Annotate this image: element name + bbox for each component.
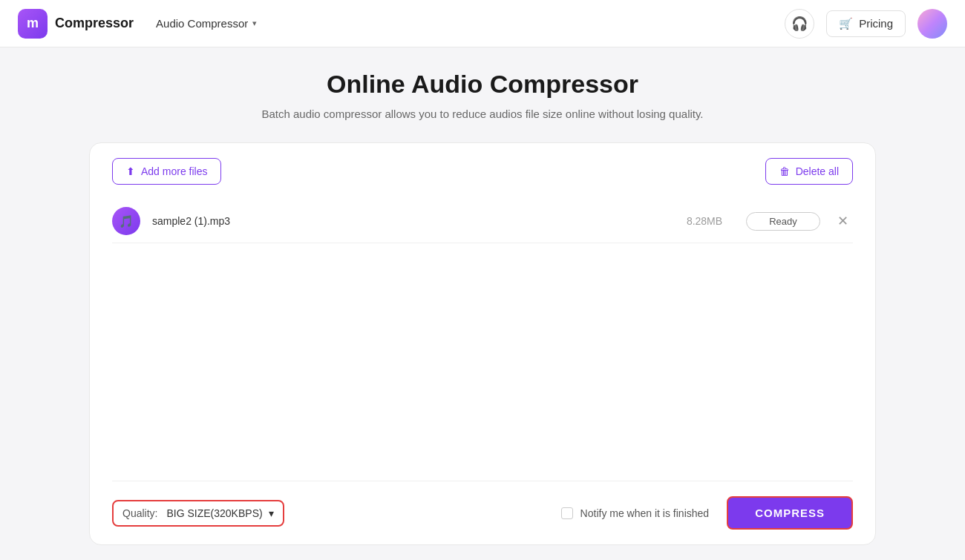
content-card: ⬆ Add more files 🗑 Delete all 🎵 sample2 … xyxy=(89,142,876,545)
chevron-down-icon: ▾ xyxy=(269,507,274,519)
chevron-down-icon: ▾ xyxy=(252,19,257,28)
pricing-label: Pricing xyxy=(859,17,893,30)
upload-icon: ⬆ xyxy=(126,165,135,177)
compress-label: COMPRESS xyxy=(755,507,825,519)
trash-icon: 🗑 xyxy=(779,165,790,177)
add-files-label: Add more files xyxy=(141,165,207,177)
notify-checkbox[interactable] xyxy=(561,507,573,519)
footer-right: Notify me when it is finished COMPRESS xyxy=(561,496,853,530)
pricing-button[interactable]: 🛒 Pricing xyxy=(826,10,906,37)
status-text: Ready xyxy=(769,216,797,227)
quality-value: BIG SIZE(320KBPS) xyxy=(166,507,262,519)
file-type-icon: 🎵 xyxy=(112,207,140,235)
delete-all-label: Delete all xyxy=(796,165,839,177)
compress-button[interactable]: COMPRESS xyxy=(727,496,853,530)
music-icon: 🎵 xyxy=(119,214,134,228)
notify-section: Notify me when it is finished xyxy=(561,507,710,519)
table-row: 🎵 sample2 (1).mp3 8.28MB Ready ✕ xyxy=(112,200,853,243)
status-badge: Ready xyxy=(746,212,820,231)
quality-select[interactable]: BIG SIZE(320KBPS) ▾ xyxy=(166,507,273,519)
card-footer: Quality: BIG SIZE(320KBPS) ▾ Notify me w… xyxy=(112,481,853,530)
delete-all-button[interactable]: 🗑 Delete all xyxy=(765,158,853,185)
app-name: Compressor xyxy=(55,16,134,31)
avatar[interactable] xyxy=(917,9,947,39)
logo: m Compressor xyxy=(18,9,134,39)
headphone-icon: 🎧 xyxy=(791,16,808,32)
main: Online Audio Compressor Batch audio comp… xyxy=(0,47,965,560)
file-name: sample2 (1).mp3 xyxy=(152,215,663,227)
card-toolbar: ⬆ Add more files 🗑 Delete all xyxy=(112,158,853,185)
delete-file-button[interactable]: ✕ xyxy=(832,211,853,231)
headphone-button[interactable]: 🎧 xyxy=(785,9,814,39)
nav-label: Audio Compressor xyxy=(156,17,248,30)
header-actions: 🎧 🛒 Pricing xyxy=(785,9,947,39)
quality-label: Quality: xyxy=(122,507,157,519)
file-size: 8.28MB xyxy=(675,215,734,227)
nav-audio-compressor[interactable]: Audio Compressor ▾ xyxy=(148,13,264,34)
logo-icon: m xyxy=(18,9,48,39)
header: m Compressor Audio Compressor ▾ 🎧 🛒 Pric… xyxy=(0,0,965,47)
quality-section: Quality: BIG SIZE(320KBPS) ▾ xyxy=(112,500,284,527)
cart-icon: 🛒 xyxy=(839,17,853,30)
file-list: 🎵 sample2 (1).mp3 8.28MB Ready ✕ xyxy=(112,200,853,243)
page-title: Online Audio Compressor xyxy=(327,70,638,99)
add-files-button[interactable]: ⬆ Add more files xyxy=(112,158,221,185)
page-subtitle: Batch audio compressor allows you to red… xyxy=(261,108,703,120)
notify-label: Notify me when it is finished xyxy=(580,507,710,519)
